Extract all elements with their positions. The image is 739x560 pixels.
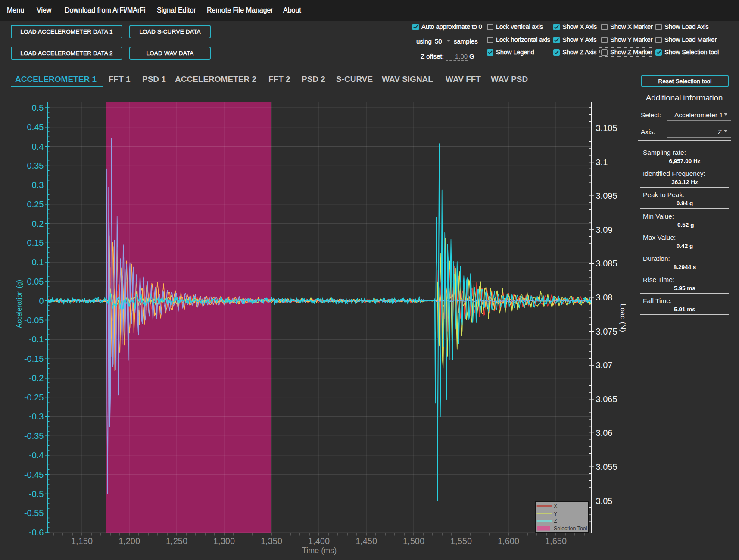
svg-text:3.055: 3.055	[596, 462, 617, 472]
svg-text:-0.45: -0.45	[24, 470, 44, 479]
svg-text:Load (N): Load (N)	[619, 303, 627, 332]
svg-text:0.1: 0.1	[32, 257, 44, 267]
svg-text:0.25: 0.25	[27, 200, 44, 209]
svg-text:3.075: 3.075	[596, 327, 617, 336]
svg-text:3.05: 3.05	[596, 496, 613, 506]
svg-text:3.105: 3.105	[596, 123, 617, 133]
svg-text:3.085: 3.085	[596, 259, 617, 268]
svg-text:1,650: 1,650	[545, 536, 567, 546]
svg-text:-0.25: -0.25	[24, 393, 44, 402]
svg-text:1,300: 1,300	[213, 536, 235, 546]
svg-text:-0.5: -0.5	[29, 489, 44, 499]
svg-text:3.08: 3.08	[596, 293, 613, 302]
svg-text:-0.2: -0.2	[29, 373, 44, 383]
svg-text:1,600: 1,600	[498, 536, 519, 546]
svg-text:0.15: 0.15	[27, 238, 44, 247]
svg-text:-0.15: -0.15	[24, 354, 44, 363]
svg-text:-0.6: -0.6	[29, 528, 44, 537]
svg-text:X: X	[554, 503, 558, 509]
svg-text:0: 0	[39, 296, 44, 306]
svg-text:1,450: 1,450	[355, 536, 377, 546]
svg-text:3.06: 3.06	[596, 428, 613, 438]
svg-text:1,150: 1,150	[71, 536, 93, 546]
svg-text:Y: Y	[554, 511, 558, 517]
svg-text:-0.55: -0.55	[24, 508, 44, 518]
svg-text:0.4: 0.4	[32, 142, 44, 151]
svg-text:0.3: 0.3	[32, 180, 44, 190]
svg-text:3.1: 3.1	[596, 157, 608, 167]
svg-text:1,500: 1,500	[403, 536, 424, 546]
svg-text:Selection Tool: Selection Tool	[554, 526, 587, 532]
svg-text:0.35: 0.35	[27, 161, 44, 170]
svg-text:Time (ms): Time (ms)	[302, 546, 337, 555]
svg-text:-0.1: -0.1	[29, 335, 44, 344]
svg-text:-0.35: -0.35	[24, 431, 44, 441]
svg-text:-0.4: -0.4	[29, 451, 44, 460]
svg-text:3.09: 3.09	[596, 225, 613, 235]
svg-text:-0.3: -0.3	[29, 412, 44, 421]
svg-text:0.05: 0.05	[27, 277, 44, 286]
svg-text:3.07: 3.07	[596, 360, 613, 370]
svg-text:1,400: 1,400	[308, 536, 330, 546]
svg-text:Z: Z	[554, 518, 557, 524]
svg-text:0.5: 0.5	[32, 103, 44, 113]
svg-text:1,350: 1,350	[261, 536, 282, 546]
svg-text:Acceleration (g): Acceleration (g)	[16, 280, 23, 328]
svg-text:3.065: 3.065	[596, 394, 617, 404]
svg-text:0.45: 0.45	[27, 122, 44, 132]
svg-text:0.2: 0.2	[32, 219, 44, 228]
svg-text:3.095: 3.095	[596, 191, 617, 200]
svg-text:1,550: 1,550	[450, 536, 472, 546]
svg-text:1,200: 1,200	[118, 536, 140, 546]
svg-text:-0.05: -0.05	[24, 316, 44, 325]
svg-text:1,250: 1,250	[166, 536, 187, 546]
